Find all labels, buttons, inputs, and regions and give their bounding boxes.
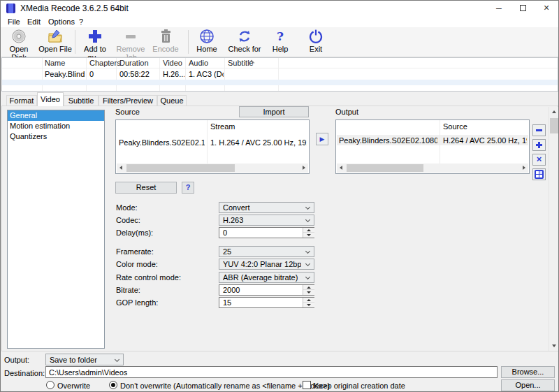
scrollbar-thumb[interactable] bbox=[347, 164, 423, 172]
source-hscrollbar[interactable] bbox=[117, 164, 308, 173]
keep-date-checkbox[interactable] bbox=[303, 381, 311, 389]
add-to-queue-button[interactable]: Add to qu... bbox=[76, 28, 114, 56]
framerate-select[interactable]: 25 bbox=[219, 246, 314, 257]
output-file-cell[interactable]: Peaky.Blinders.S02E02.1080p.rus.Lo... bbox=[339, 136, 437, 145]
tab-filters-preview[interactable]: Filters/Preview bbox=[99, 95, 157, 106]
menu-help[interactable]: ? bbox=[78, 16, 85, 27]
transfer-button[interactable]: ▶ bbox=[316, 133, 328, 145]
reset-button[interactable]: Reset bbox=[115, 182, 177, 194]
keep-date-label[interactable]: Keep original creation date bbox=[314, 382, 405, 391]
source-stream-table[interactable]: Stream Peaky.Blinders.S02E02.1080p.ru...… bbox=[115, 119, 310, 174]
refresh-icon bbox=[224, 28, 265, 45]
mode-label: Mode: bbox=[116, 203, 138, 212]
codec-select[interactable]: H.263 bbox=[219, 215, 314, 226]
output-stream-cell[interactable]: H.264 / AVC 25.00 Hz, 1920 x 1080 bbox=[443, 136, 527, 145]
mode-select[interactable]: Convert bbox=[219, 202, 314, 213]
delay-input[interactable]: 0 bbox=[219, 227, 314, 238]
tab-subtitle[interactable]: Subtitle bbox=[64, 95, 99, 106]
video-settings-list[interactable]: General Motion estimation Quantizers bbox=[7, 110, 105, 349]
gop-length-input[interactable]: 15 bbox=[219, 297, 314, 308]
output-source-column-header[interactable]: Source bbox=[443, 122, 467, 131]
help-button[interactable]: ? Help bbox=[265, 28, 296, 56]
dont-overwrite-label[interactable]: Don't overwrite (Automatically rename as… bbox=[120, 382, 330, 391]
menu-file[interactable]: File bbox=[6, 16, 22, 27]
scroll-right-icon[interactable] bbox=[299, 164, 308, 173]
output-mode-select[interactable]: Save to folder bbox=[45, 354, 124, 365]
xmedia-recode-window: XMedia Recode 3.6.2.5 64bit – × File Edi… bbox=[0, 0, 559, 392]
column-header-video[interactable]: Video bbox=[163, 59, 182, 68]
column-header-duration[interactable]: Duration bbox=[119, 59, 149, 68]
import-button[interactable]: Import bbox=[239, 106, 309, 117]
rate-control-select[interactable]: ABR (Average bitrate) bbox=[219, 272, 314, 283]
source-stream-cell[interactable]: 1. H.264 / AVC 25.00 Hz, 1920 x 1080 bbox=[210, 138, 307, 147]
maximize-icon bbox=[520, 5, 526, 11]
source-stream-column-header[interactable]: Stream bbox=[210, 122, 235, 131]
page-vscrollbar[interactable] bbox=[549, 107, 559, 351]
scroll-left-icon[interactable] bbox=[337, 164, 346, 173]
output-hscrollbar[interactable] bbox=[337, 164, 528, 173]
power-icon bbox=[300, 28, 332, 45]
minimize-button[interactable]: – bbox=[488, 1, 510, 16]
delete-stream-button[interactable]: × bbox=[532, 154, 546, 166]
spin-down-icon[interactable] bbox=[303, 290, 314, 295]
properties-button[interactable] bbox=[532, 168, 546, 180]
menubar: File Edit Options ? bbox=[1, 16, 558, 27]
scroll-down-icon[interactable] bbox=[549, 340, 559, 351]
delay-label: Delay(ms): bbox=[116, 228, 153, 237]
overwrite-label[interactable]: Overwrite bbox=[57, 382, 90, 391]
chevron-down-icon bbox=[305, 261, 310, 266]
open-disk-button[interactable]: Open Disk bbox=[2, 28, 36, 56]
source-file-cell[interactable]: Peaky.Blinders.S02E02.1080p.ru... bbox=[119, 138, 205, 147]
check-for-updates-button[interactable]: Check for ... bbox=[224, 28, 265, 56]
folder-icon bbox=[38, 28, 72, 45]
tab-video[interactable]: Video bbox=[37, 92, 64, 106]
destination-input[interactable] bbox=[45, 366, 498, 378]
dont-overwrite-radio[interactable] bbox=[109, 381, 117, 389]
spin-up-icon[interactable] bbox=[303, 228, 314, 233]
form-row-bitrate: Bitrate: 2000 bbox=[116, 284, 314, 296]
browse-button[interactable]: Browse... bbox=[501, 366, 555, 378]
spin-up-icon[interactable] bbox=[303, 285, 314, 290]
open-file-button[interactable]: Open File bbox=[38, 28, 72, 56]
scroll-right-icon[interactable] bbox=[519, 164, 528, 173]
menu-options[interactable]: Options bbox=[47, 16, 76, 27]
scroll-up-icon[interactable] bbox=[549, 107, 559, 117]
scrollbar-thumb[interactable] bbox=[126, 164, 235, 172]
color-mode-select[interactable]: YUV 4:2:0 Planar 12bpp bbox=[219, 259, 314, 270]
tab-queue[interactable]: Queue bbox=[157, 95, 187, 106]
column-header-audio[interactable]: Audio bbox=[189, 59, 208, 68]
destination-label: Destination: bbox=[4, 369, 45, 378]
minimize-icon: – bbox=[496, 2, 502, 13]
column-header-name[interactable]: Name bbox=[45, 59, 65, 68]
menu-edit[interactable]: Edit bbox=[26, 16, 42, 27]
plus-icon bbox=[76, 28, 114, 45]
sidebar-item-general[interactable]: General bbox=[8, 110, 104, 121]
home-button[interactable]: Home bbox=[191, 28, 223, 56]
open-button[interactable]: Open... bbox=[501, 379, 555, 391]
exit-button[interactable]: Exit bbox=[300, 28, 332, 56]
close-button[interactable]: × bbox=[535, 1, 558, 16]
spin-up-icon[interactable] bbox=[303, 298, 314, 303]
job-audio: 1. AC3 (Dol... bbox=[189, 70, 224, 79]
maximize-button[interactable] bbox=[511, 1, 534, 16]
question-icon: ? bbox=[265, 28, 296, 45]
app-icon bbox=[6, 3, 15, 13]
sidebar-item-quantizers[interactable]: Quantizers bbox=[8, 131, 104, 142]
remove-stream-button[interactable] bbox=[532, 124, 546, 136]
window-title: XMedia Recode 3.6.2.5 64bit bbox=[20, 1, 129, 16]
sidebar-item-motion-estimation[interactable]: Motion estimation bbox=[8, 121, 104, 131]
spin-down-icon[interactable] bbox=[303, 233, 314, 238]
overwrite-radio[interactable] bbox=[46, 381, 55, 389]
minus-icon bbox=[112, 28, 149, 45]
scroll-left-icon[interactable] bbox=[117, 164, 126, 173]
spin-down-icon[interactable] bbox=[303, 303, 314, 307]
job-list[interactable]: Name Chapters Duration Video Audio Subti… bbox=[1, 57, 558, 92]
disk-icon bbox=[2, 28, 36, 45]
column-header-chapters[interactable]: Chapters bbox=[89, 59, 121, 68]
add-stream-button[interactable] bbox=[532, 139, 546, 151]
codec-help-button[interactable]: ? bbox=[182, 182, 194, 194]
bitrate-input[interactable]: 2000 bbox=[219, 284, 314, 296]
output-stream-table[interactable]: Source Peaky.Blinders.S02E02.1080p.rus.L… bbox=[335, 119, 530, 174]
scrollbar-thumb[interactable] bbox=[550, 118, 559, 133]
tab-format[interactable]: Format bbox=[6, 95, 37, 106]
